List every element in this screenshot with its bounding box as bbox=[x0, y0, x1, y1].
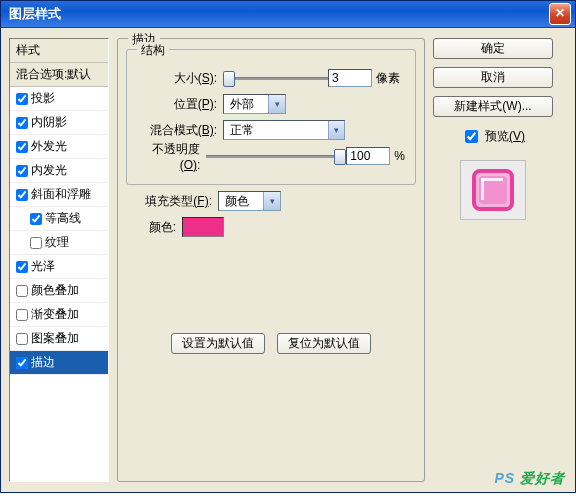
styles-panel: 样式 混合选项:默认 投影内阴影外发光内发光斜面和浮雕等高线纹理光泽颜色叠加渐变… bbox=[9, 38, 109, 482]
style-item-label: 等高线 bbox=[45, 210, 81, 227]
style-item-label: 斜面和浮雕 bbox=[31, 186, 91, 203]
chevron-down-icon: ▾ bbox=[268, 95, 285, 113]
layer-style-dialog: 图层样式 ✕ 样式 混合选项:默认 投影内阴影外发光内发光斜面和浮雕等高线纹理光… bbox=[0, 0, 576, 493]
style-item-label: 内发光 bbox=[31, 162, 67, 179]
style-item[interactable]: 颜色叠加 bbox=[10, 279, 108, 303]
fill-type-combo[interactable]: 颜色 ▾ bbox=[218, 191, 281, 211]
opacity-label: 不透明度(O): bbox=[137, 141, 206, 172]
style-item[interactable]: 投影 bbox=[10, 87, 108, 111]
opacity-input[interactable] bbox=[346, 147, 390, 165]
preview-checkbox[interactable] bbox=[465, 130, 478, 143]
style-item-label: 光泽 bbox=[31, 258, 55, 275]
size-input[interactable] bbox=[328, 69, 372, 87]
window-title: 图层样式 bbox=[9, 5, 61, 23]
style-item-label: 外发光 bbox=[31, 138, 67, 155]
style-item[interactable]: 光泽 bbox=[10, 255, 108, 279]
svg-rect-2 bbox=[481, 178, 503, 181]
size-unit: 像素 bbox=[376, 70, 400, 87]
style-item[interactable]: 图案叠加 bbox=[10, 327, 108, 351]
right-panel: 确定 取消 新建样式(W)... 预览(V) bbox=[433, 38, 553, 482]
style-checkbox[interactable] bbox=[16, 285, 28, 297]
blend-mode-label: 混合模式(B): bbox=[137, 122, 223, 139]
style-item[interactable]: 内阴影 bbox=[10, 111, 108, 135]
blend-options-header[interactable]: 混合选项:默认 bbox=[10, 63, 108, 87]
watermark: PS 爱好者 bbox=[494, 470, 565, 488]
style-checkbox[interactable] bbox=[30, 213, 42, 225]
style-checkbox[interactable] bbox=[16, 165, 28, 177]
style-item-label: 投影 bbox=[31, 90, 55, 107]
fill-type-label: 填充类型(F): bbox=[132, 193, 218, 210]
style-checkbox[interactable] bbox=[16, 333, 28, 345]
style-checkbox[interactable] bbox=[16, 93, 28, 105]
color-swatch[interactable] bbox=[182, 217, 224, 237]
style-item-label: 颜色叠加 bbox=[31, 282, 79, 299]
style-item-label: 内阴影 bbox=[31, 114, 67, 131]
size-slider[interactable] bbox=[223, 69, 328, 87]
default-buttons-row: 设置为默认值 复位为默认值 bbox=[126, 333, 416, 354]
size-label: 大小(S): bbox=[137, 70, 223, 87]
style-item[interactable]: 渐变叠加 bbox=[10, 303, 108, 327]
style-item-label: 描边 bbox=[31, 354, 55, 371]
style-item-label: 渐变叠加 bbox=[31, 306, 79, 323]
color-label: 颜色: bbox=[132, 219, 182, 236]
chevron-down-icon: ▾ bbox=[328, 121, 344, 139]
style-item[interactable]: 内发光 bbox=[10, 159, 108, 183]
size-row: 大小(S): 像素 bbox=[137, 68, 405, 88]
style-item[interactable]: 外发光 bbox=[10, 135, 108, 159]
color-row: 颜色: bbox=[132, 217, 416, 237]
blend-mode-row: 混合模式(B): 正常 ▾ bbox=[137, 120, 405, 140]
preview-checkbox-row[interactable]: 预览(V) bbox=[461, 127, 525, 146]
opacity-slider[interactable] bbox=[206, 147, 346, 165]
style-checkbox[interactable] bbox=[16, 261, 28, 273]
style-item[interactable]: 描边 bbox=[10, 351, 108, 375]
opacity-unit: % bbox=[394, 149, 405, 163]
preview-thumbnail bbox=[460, 160, 526, 220]
fill-type-row: 填充类型(F): 颜色 ▾ bbox=[132, 191, 416, 211]
structure-legend: 结构 bbox=[137, 42, 169, 59]
reset-default-button[interactable]: 复位为默认值 bbox=[277, 333, 371, 354]
blend-mode-combo[interactable]: 正常 ▾ bbox=[223, 120, 345, 140]
style-checkbox[interactable] bbox=[16, 309, 28, 321]
style-item[interactable]: 等高线 bbox=[10, 207, 108, 231]
position-row: 位置(P): 外部 ▾ bbox=[137, 94, 405, 114]
style-checkbox[interactable] bbox=[16, 189, 28, 201]
stroke-panel: 描边 结构 大小(S): 像素 bbox=[117, 38, 425, 482]
style-item-label: 纹理 bbox=[45, 234, 69, 251]
style-checkbox[interactable] bbox=[16, 357, 28, 369]
svg-rect-3 bbox=[481, 178, 484, 200]
position-combo[interactable]: 外部 ▾ bbox=[223, 94, 286, 114]
style-checkbox[interactable] bbox=[30, 237, 42, 249]
style-checkbox[interactable] bbox=[16, 141, 28, 153]
close-button[interactable]: ✕ bbox=[549, 3, 571, 25]
style-item-label: 图案叠加 bbox=[31, 330, 79, 347]
new-style-button[interactable]: 新建样式(W)... bbox=[433, 96, 553, 117]
client-area: 样式 混合选项:默认 投影内阴影外发光内发光斜面和浮雕等高线纹理光泽颜色叠加渐变… bbox=[1, 28, 575, 492]
position-label: 位置(P): bbox=[137, 96, 223, 113]
structure-group: 结构 大小(S): 像素 位置(P): bbox=[126, 49, 416, 185]
ok-button[interactable]: 确定 bbox=[433, 38, 553, 59]
opacity-row: 不透明度(O): % bbox=[137, 146, 405, 166]
cancel-button[interactable]: 取消 bbox=[433, 67, 553, 88]
set-default-button[interactable]: 设置为默认值 bbox=[171, 333, 265, 354]
style-item[interactable]: 斜面和浮雕 bbox=[10, 183, 108, 207]
styles-header: 样式 bbox=[10, 39, 108, 63]
style-checkbox[interactable] bbox=[16, 117, 28, 129]
style-item[interactable]: 纹理 bbox=[10, 231, 108, 255]
titlebar[interactable]: 图层样式 ✕ bbox=[1, 1, 575, 28]
chevron-down-icon: ▾ bbox=[263, 192, 280, 210]
